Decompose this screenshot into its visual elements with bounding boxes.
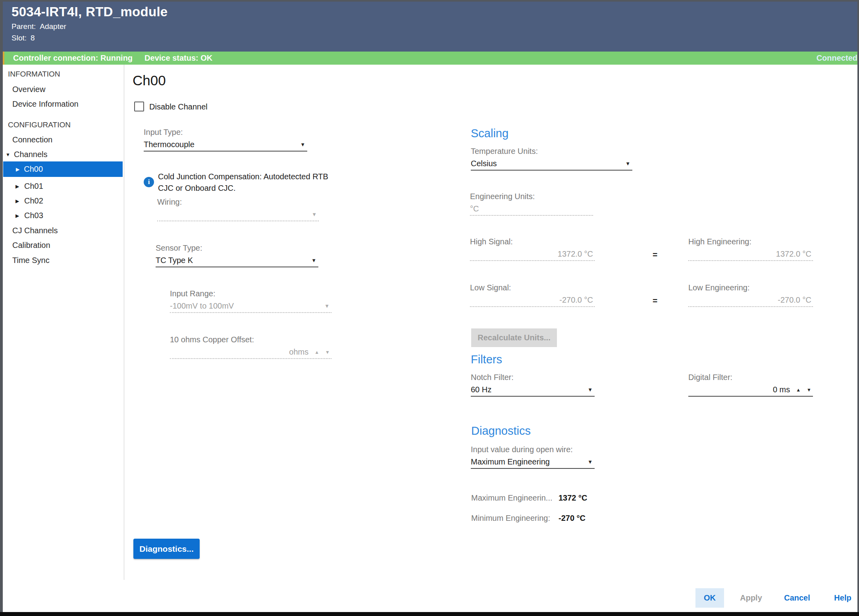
module-properties-window: 5034-IRT4I, RTD_module Parent:Adapter Sl… <box>0 0 859 616</box>
notch-filter-label: Notch Filter: <box>471 373 595 384</box>
digital-filter-label: Digital Filter: <box>688 373 813 384</box>
cancel-button[interactable]: Cancel <box>780 588 815 608</box>
temperature-units-field: Temperature Units: Celsius ▼ <box>471 147 632 171</box>
minimum-engineering-label: Minimum Engineering: <box>471 514 559 523</box>
high-signal-value: 1372.0 °C <box>470 248 595 261</box>
window-border-top <box>0 0 859 2</box>
cjc-info-line2: CJC or Onboard CJC. <box>158 182 337 194</box>
expand-arrow-icon: ▶ <box>16 167 19 172</box>
sidebar-item-channels[interactable]: Channels <box>14 150 48 159</box>
engineering-units-label: Engineering Units: <box>470 192 593 203</box>
sidebar-item-ch01[interactable]: Ch01 <box>24 182 43 191</box>
section-heading-diagnostics: Diagnostics <box>471 424 531 438</box>
expand-arrow-icon[interactable]: ▶ <box>15 213 19 219</box>
engineering-units-field: Engineering Units: °C <box>470 192 593 216</box>
cjc-info-line1: Cold Junction Compensation: Autodetected… <box>158 171 337 182</box>
high-engineering-label: High Engineering: <box>688 237 813 248</box>
disable-channel-label: Disable Channel <box>149 102 208 111</box>
chevron-down-icon: ▼ <box>625 161 630 167</box>
status-bar: Controller connection: Running Device st… <box>3 52 857 65</box>
wiring-label: Wiring: <box>157 198 319 208</box>
window-title: 5034-IRT4I, RTD_module <box>12 4 857 19</box>
low-engineering-value: -270.0 °C <box>688 294 813 307</box>
window-border-bottom <box>0 612 859 616</box>
parent-row: Parent:Adapter <box>12 22 857 31</box>
wiring-dropdown: ▼ <box>157 208 319 221</box>
high-engineering-field: High Engineering: 1372.0 °C <box>688 237 813 261</box>
slot-row: Slot:8 <box>12 34 857 42</box>
open-wire-dropdown[interactable]: Maximum Engineering ▼ <box>471 456 595 469</box>
sidebar-item-ch02[interactable]: Ch02 <box>24 196 43 205</box>
low-signal-value: -270.0 °C <box>470 294 595 307</box>
title-bar: 5034-IRT4I, RTD_module Parent:Adapter Sl… <box>3 2 857 52</box>
copper-offset-stepper: ohms ▲ ▼ <box>170 346 331 359</box>
window-border-left <box>0 0 3 616</box>
sidebar-item-ch00[interactable]: ▶ Ch00 <box>3 161 123 177</box>
input-range-label: Input Range: <box>170 289 331 300</box>
temperature-units-dropdown[interactable]: Celsius ▼ <box>471 157 632 171</box>
notch-filter-dropdown[interactable]: 60 Hz ▼ <box>471 384 595 397</box>
section-heading-scaling: Scaling <box>471 127 508 140</box>
input-type-dropdown[interactable]: Thermocouple ▼ <box>144 138 307 152</box>
maximum-engineering-row: Maximum Engineerin... 1372 °C <box>471 493 587 503</box>
help-button[interactable]: Help <box>830 588 856 608</box>
sidebar-item-time-sync[interactable]: Time Sync <box>12 256 50 265</box>
digital-filter-stepper[interactable]: 0 ms ▲ ▼ <box>688 384 813 397</box>
input-range-dropdown: -100mV to 100mV ▼ <box>170 300 331 313</box>
temperature-units-label: Temperature Units: <box>471 147 632 157</box>
sidebar-item-device-information[interactable]: Device Information <box>12 100 79 109</box>
low-engineering-field: Low Engineering: -270.0 °C <box>688 283 813 307</box>
minimum-engineering-row: Minimum Engineering: -270 °C <box>471 514 586 523</box>
sidebar-item-connection[interactable]: Connection <box>12 135 52 144</box>
sensor-type-label: Sensor Type: <box>156 244 318 254</box>
sidebar-item-overview[interactable]: Overview <box>12 85 45 94</box>
spin-down-icon[interactable]: ▼ <box>807 387 811 393</box>
parent-value: Adapter <box>40 22 66 31</box>
input-type-label: Input Type: <box>144 128 307 138</box>
chevron-down-icon: ▼ <box>311 257 316 263</box>
ok-button[interactable]: OK <box>695 588 724 608</box>
connection-state-badge: Connected <box>817 54 857 63</box>
input-type-field: Input Type: Thermocouple ▼ <box>144 128 307 152</box>
disable-channel-checkbox[interactable] <box>134 102 144 111</box>
channel-heading: Ch00 <box>133 73 166 88</box>
parent-label: Parent: <box>12 22 36 31</box>
low-signal-field: Low Signal: -270.0 °C <box>470 283 595 307</box>
high-signal-label: High Signal: <box>470 237 595 248</box>
minimum-engineering-value: -270 °C <box>559 514 586 523</box>
expand-arrow-icon[interactable]: ▶ <box>15 198 19 204</box>
slot-value: 8 <box>31 34 35 42</box>
sidebar-item-calibration[interactable]: Calibration <box>12 241 50 250</box>
sensor-type-field: Sensor Type: TC Type K ▼ <box>156 244 318 267</box>
sidebar-header-information: INFORMATION <box>8 70 60 79</box>
high-signal-field: High Signal: 1372.0 °C <box>470 237 595 261</box>
open-wire-label: Input value during open wire: <box>471 445 595 456</box>
expand-arrow-icon[interactable]: ▶ <box>15 184 19 189</box>
apply-button: Apply <box>734 588 768 608</box>
sidebar-header-configuration: CONFIGURATION <box>8 121 71 129</box>
info-icon: i <box>144 177 154 187</box>
collapse-arrow-icon[interactable]: ▼ <box>6 152 10 157</box>
digital-filter-field: Digital Filter: 0 ms ▲ ▼ <box>688 373 813 397</box>
sidebar-item-cj-channels[interactable]: CJ Channels <box>12 226 58 235</box>
diagnostics-button[interactable]: Diagnostics... <box>133 539 200 559</box>
recalculate-units-button: Recalculate Units... <box>471 328 557 347</box>
device-status: Device status: OK <box>144 54 212 63</box>
sidebar-item-ch00-label: Ch00 <box>24 165 43 174</box>
cjc-info-note: Cold Junction Compensation: Autodetected… <box>158 171 337 194</box>
sidebar-item-ch03[interactable]: Ch03 <box>24 211 43 220</box>
engineering-units-value: °C <box>470 203 593 216</box>
maximum-engineering-value: 1372 °C <box>559 493 587 503</box>
equals-sign: = <box>653 250 657 259</box>
copper-offset-label: 10 ohms Copper Offset: <box>170 335 331 346</box>
low-signal-label: Low Signal: <box>470 283 595 294</box>
controller-connection-status: Controller connection: Running <box>13 54 133 63</box>
sensor-type-dropdown[interactable]: TC Type K ▼ <box>156 254 318 267</box>
spin-down-icon: ▼ <box>325 349 330 355</box>
input-range-field: Input Range: -100mV to 100mV ▼ <box>170 289 331 313</box>
spin-up-icon[interactable]: ▲ <box>796 387 801 393</box>
maximum-engineering-label: Maximum Engineerin... <box>471 493 559 503</box>
chevron-down-icon: ▼ <box>587 459 593 465</box>
open-wire-field: Input value during open wire: Maximum En… <box>471 445 595 469</box>
window-border-right <box>857 0 859 616</box>
